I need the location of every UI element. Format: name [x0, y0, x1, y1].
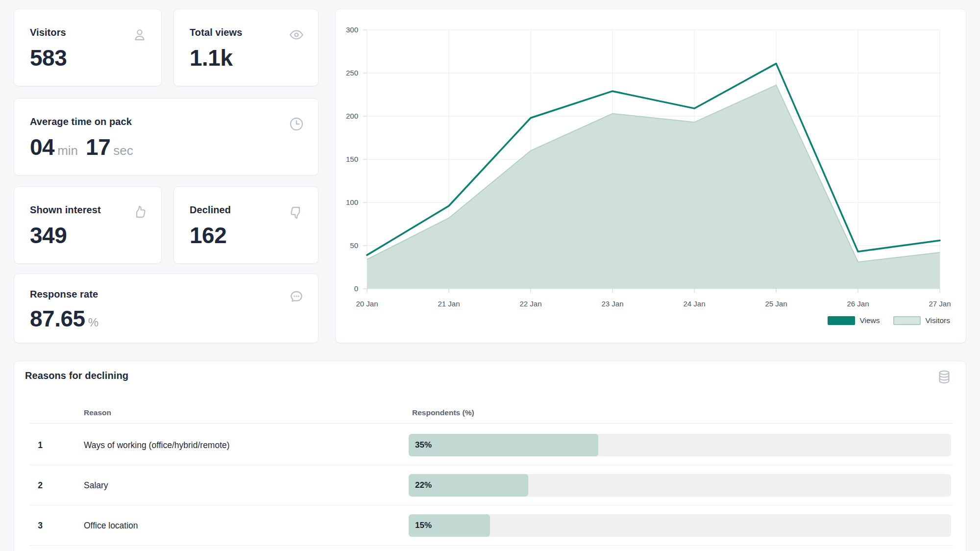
- visitors-stat-card: Visitors 583: [14, 9, 162, 86]
- y-tick-label: 0: [336, 284, 358, 293]
- percent-bar-fill: 22%: [409, 474, 528, 497]
- thumbs-up-icon: [132, 204, 147, 220]
- y-tick-label: 100: [336, 198, 358, 207]
- percent-bar-label: 35%: [415, 440, 432, 450]
- chart-plot-area: [367, 30, 940, 289]
- legend-item-visitors[interactable]: Visitors: [893, 316, 950, 325]
- shown-interest-label: Shown interest: [30, 204, 101, 216]
- shown-interest-value: 349: [30, 224, 67, 247]
- x-tick-label: 22 Jan: [509, 300, 553, 308]
- table-title: Reasons for declining: [25, 370, 128, 381]
- average-time-stat-card: Average time on pack 04 min 17 sec: [14, 98, 318, 175]
- legend-label: Visitors: [925, 316, 950, 325]
- x-tick-label: 26 Jan: [836, 300, 880, 308]
- legend-swatch-visitors: [893, 316, 921, 325]
- chat-bubble-icon: [289, 289, 304, 304]
- row-rank: 1: [34, 425, 47, 465]
- x-tick-label: 21 Jan: [427, 300, 471, 308]
- x-tick-label: 24 Jan: [672, 300, 716, 308]
- avg-time-seconds-unit: sec: [113, 143, 133, 158]
- row-reason: Ways of working (office/hybrid/remote): [84, 425, 230, 465]
- avg-time-minutes: 04: [30, 136, 54, 158]
- percent-bar-track: 35%: [409, 434, 951, 456]
- x-tick-label: 25 Jan: [754, 300, 798, 308]
- table-row: 3Office location15%: [14, 505, 966, 546]
- declined-label: Declined: [190, 204, 231, 216]
- x-tick-label: 20 Jan: [345, 300, 389, 308]
- reasons-for-declining-card: Reasons for declining Reason Respondents…: [14, 361, 966, 551]
- legend-swatch-views: [828, 316, 855, 325]
- percent-bar-fill: 15%: [409, 514, 490, 537]
- row-rank: 3: [34, 505, 47, 546]
- table-header-divider: [30, 423, 953, 424]
- visitors-value: 583: [30, 47, 67, 69]
- row-reason: Salary: [84, 465, 108, 505]
- response-rate-label: Response rate: [30, 289, 98, 300]
- y-tick-label: 250: [336, 69, 358, 77]
- total-views-label: Total views: [190, 27, 242, 38]
- thumbs-down-icon: [289, 204, 304, 220]
- shown-interest-stat-card: Shown interest 349: [14, 186, 162, 264]
- response-rate-value: 87.65: [30, 307, 85, 330]
- row-rank: 2: [34, 465, 47, 505]
- area-line-chart: [367, 30, 940, 289]
- total-views-value: 1.1k: [190, 47, 233, 69]
- x-tick-label: 23 Jan: [590, 300, 635, 308]
- legend-item-views[interactable]: Views: [828, 316, 880, 325]
- row-reason: Office location: [84, 505, 138, 546]
- y-tick-label: 200: [336, 112, 358, 121]
- total-views-stat-card: Total views 1.1k: [173, 9, 318, 86]
- table-row: 2Salary22%: [14, 465, 966, 505]
- chart-legend: ViewsVisitors: [819, 316, 950, 325]
- response-rate-unit: %: [88, 316, 98, 329]
- y-tick-label: 300: [336, 25, 358, 34]
- legend-label: Views: [859, 316, 880, 325]
- database-icon: [936, 369, 952, 385]
- views-visitors-chart-card: 050100150200250300 20 Jan21 Jan22 Jan23 …: [335, 9, 966, 343]
- column-header-respondents: Respondents (%): [412, 408, 474, 417]
- avg-time-seconds: 17: [86, 136, 110, 158]
- column-header-reason: Reason: [84, 408, 111, 417]
- declined-stat-card: Declined 162: [173, 186, 318, 264]
- percent-bar-track: 22%: [409, 474, 951, 497]
- percent-bar-fill: 35%: [409, 434, 598, 456]
- percent-bar-label: 15%: [415, 521, 432, 530]
- eye-icon: [289, 27, 304, 43]
- avg-time-minutes-unit: min: [57, 143, 78, 158]
- x-tick-label: 27 Jan: [918, 300, 962, 308]
- y-tick-label: 50: [336, 241, 358, 250]
- y-tick-label: 150: [336, 155, 358, 164]
- response-rate-stat-card: Response rate 87.65 %: [14, 274, 318, 343]
- table-row: 1Ways of working (office/hybrid/remote)3…: [14, 425, 966, 465]
- average-time-label: Average time on pack: [30, 116, 132, 127]
- visitors-area: [367, 85, 940, 289]
- row-divider: [30, 545, 953, 546]
- visitors-label: Visitors: [30, 27, 66, 38]
- user-icon: [132, 27, 147, 43]
- percent-bar-track: 15%: [409, 514, 951, 537]
- percent-bar-label: 22%: [415, 480, 432, 490]
- declined-value: 162: [190, 224, 226, 247]
- clock-icon: [289, 116, 304, 132]
